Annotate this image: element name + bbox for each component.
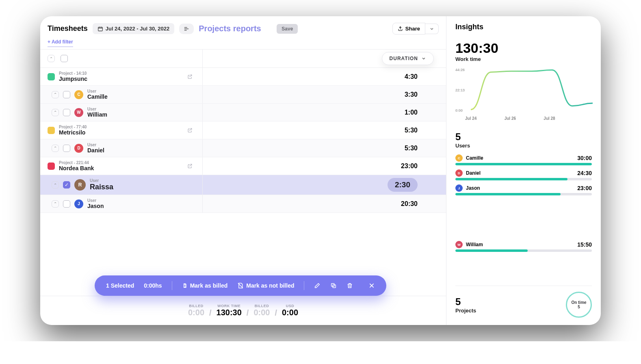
report-name-input[interactable] [199,24,272,33]
user-name: Daniel [466,170,574,176]
chart-y-tick: 22:13 [455,88,465,92]
user-name: Camille [466,155,574,161]
project-color-swatch [48,73,55,80]
user-bar [455,193,592,195]
user-bar [455,249,592,252]
external-link-icon[interactable] [187,74,193,79]
user-time: 15:50 [577,241,592,248]
row-name: Jumpsunc [59,76,87,82]
avatar: C [74,90,83,99]
totals-footer: BILLED0:00 / WORK TIME130:30 / BILLED0:0… [40,296,446,325]
user-time: 30:00 [577,155,592,161]
row-meta: User [87,107,107,111]
row-name: Jason [87,203,104,209]
avatar: W [74,108,83,117]
avatar: R [74,179,86,191]
trash-icon [346,282,353,289]
selection-bar: 1 Selected 0:00hs Mark as billed Mark as… [95,275,386,296]
table-row[interactable]: Project - 77:40Metricsilo 5:30 [40,121,446,139]
user-list: C Camille 30:00 D Daniel 24:30 J Jason 2… [455,154,592,252]
copy-selection-button[interactable] [330,282,337,289]
row-duration: 5:30 [405,145,418,152]
row-meta: User [87,89,108,93]
share-button[interactable]: Share [392,23,425,35]
user-bar [455,178,592,180]
grid-header: ⌃ DURATION [40,49,446,68]
chart-y-tick: 0:00 [455,108,463,113]
totals-billed2-label: BILLED [255,304,269,308]
external-link-icon[interactable] [187,128,193,133]
row-checkbox[interactable] [63,145,70,152]
row-name: William [87,111,107,118]
users-count: 5 [455,131,592,143]
user-name: William [466,242,574,247]
add-filter-button[interactable]: + Add filter [48,39,73,47]
row-name: Camille [87,93,108,100]
row-checkbox[interactable] [63,109,70,116]
chart-x-tick: Jul 26 [505,116,516,121]
insights-work-time-label: Work time [455,56,592,62]
table-row[interactable]: Project - 14:10Jumpsunc 4:30 [40,68,446,86]
calendar-icon [97,26,103,32]
row-collapse-toggle[interactable]: ⌃ [52,181,59,188]
view-toggle[interactable] [179,24,194,34]
on-time-badge: On time 5 [566,292,592,318]
list-icon [183,26,190,32]
edit-selection-button[interactable] [314,282,320,289]
projects-count: 5 [455,296,476,308]
delete-selection-button[interactable] [346,282,353,289]
timesheet-rows: Project - 14:10Jumpsunc 4:30⌃ C UserCami… [40,68,446,213]
main-panel: Timesheets Jul 24, 2022 - Jul 30, 2022 S… [40,16,446,325]
insights-title: Insights [455,23,592,31]
row-meta: User [90,178,113,183]
row-duration: 5:30 [405,127,418,134]
avatar: D [74,144,83,153]
user-list-item[interactable]: C Camille 30:00 [455,154,592,165]
row-collapse-toggle[interactable]: ⌃ [52,200,59,208]
avatar: D [455,169,463,177]
table-row[interactable]: ⌃ J UserJason20:30 [40,195,446,213]
page-title: Timesheets [48,24,88,33]
date-range-picker[interactable]: Jul 24, 2022 - Jul 30, 2022 [93,23,175,34]
row-meta: Project - 77:40 [59,125,87,129]
table-row[interactable]: ⌃ D UserDaniel5:30 [40,139,446,157]
row-collapse-toggle[interactable]: ⌃ [52,91,59,98]
share-caret[interactable] [425,24,439,34]
table-row[interactable]: Project - 221:44Nordea Bank 23:00 [40,157,446,175]
svg-rect-0 [98,27,102,30]
user-list-item[interactable]: J Jason 23:00 [455,184,592,195]
chevron-down-icon [421,56,426,61]
mark-billed-button[interactable]: Mark as billed [182,282,228,289]
row-checkbox[interactable] [63,91,70,98]
selection-count: 1 Selected [106,282,134,289]
user-time: 23:00 [577,185,592,191]
selection-hours: 0:00hs [144,282,162,289]
select-all-checkbox[interactable] [61,55,68,62]
save-button[interactable]: Save [277,24,298,34]
row-meta: User [87,143,104,147]
user-list-item[interactable]: W William 15:50 [455,241,592,252]
row-duration: 4:30 [405,73,418,80]
close-selection-bar[interactable] [368,282,375,289]
mark-not-billed-button[interactable]: Mark as not billed [237,282,294,289]
share-icon [398,26,403,31]
duration-column-header[interactable]: DURATION [382,52,434,65]
user-list-item[interactable]: D Daniel 24:30 [455,169,592,180]
chart-x-tick: Jul 24 [465,116,476,121]
row-name: Raissa [90,183,113,191]
user-name: Jason [466,185,574,191]
avatar: W [455,241,463,248]
user-time: 24:30 [577,170,592,176]
collapse-all-toggle[interactable]: ⌃ [48,55,55,62]
table-row[interactable]: ⌃ ✓ R UserRaissa2:30 [40,175,446,195]
chart-x-tick: Jul 28 [544,116,555,121]
projects-label: Projects [455,308,476,314]
row-checkbox[interactable] [63,200,70,208]
row-collapse-toggle[interactable]: ⌃ [52,145,59,152]
external-link-icon[interactable] [187,163,193,169]
row-duration: 20:30 [401,200,418,208]
table-row[interactable]: ⌃ W UserWilliam1:00 [40,104,446,121]
row-collapse-toggle[interactable]: ⌃ [52,109,59,116]
row-checkbox[interactable]: ✓ [63,181,70,188]
table-row[interactable]: ⌃ C UserCamille3:30 [40,86,446,104]
